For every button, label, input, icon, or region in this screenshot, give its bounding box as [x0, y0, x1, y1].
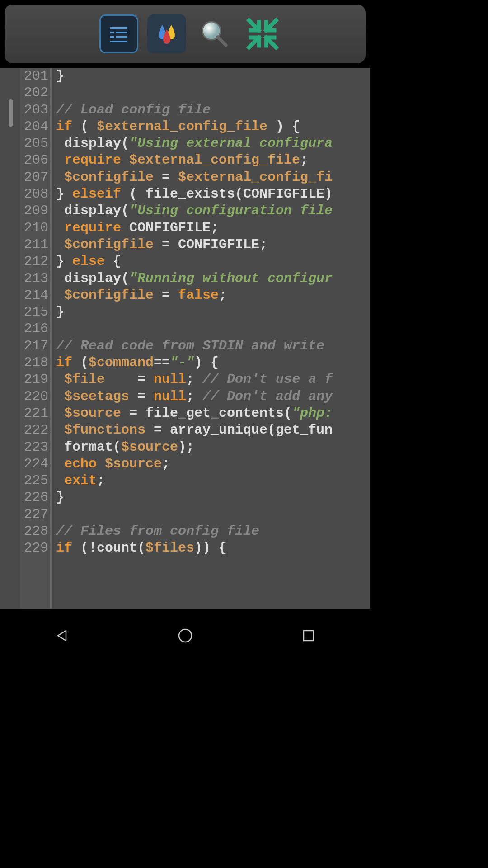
- code-content[interactable]: } // Load config fileif ( $external_conf…: [52, 68, 370, 609]
- code-view-button[interactable]: [99, 14, 138, 53]
- line-number-gutter: 2012022032042052062072082092102112122132…: [20, 68, 52, 609]
- code-editor[interactable]: 2012022032042052062072082092102112122132…: [0, 68, 370, 609]
- line-number: 203: [20, 102, 48, 118]
- code-line[interactable]: $functions = array_unique(get_fun: [56, 422, 370, 439]
- scrollbar-track[interactable]: [0, 68, 20, 609]
- svg-rect-5: [110, 41, 127, 42]
- code-line[interactable]: display("Using external configura: [56, 135, 370, 152]
- line-number: 205: [20, 135, 48, 152]
- recent-square-icon: [302, 629, 315, 642]
- code-line[interactable]: // Load config file: [56, 102, 370, 118]
- code-line[interactable]: $configfile = CONFIGFILE;: [56, 236, 370, 253]
- code-line[interactable]: }: [56, 304, 370, 321]
- svg-rect-9: [304, 631, 314, 641]
- svg-rect-3: [110, 36, 114, 38]
- code-line[interactable]: $configfile = $external_config_fi: [56, 169, 370, 186]
- line-number: 229: [20, 540, 48, 557]
- svg-rect-2: [116, 32, 127, 33]
- code-line[interactable]: if (!count($files)) {: [56, 540, 370, 557]
- code-line[interactable]: }: [56, 489, 370, 506]
- code-line[interactable]: }: [56, 68, 370, 85]
- toolbar: [5, 5, 366, 63]
- line-number: 227: [20, 506, 48, 523]
- back-button[interactable]: [53, 627, 71, 645]
- line-number: 220: [20, 388, 48, 405]
- line-number: 222: [20, 422, 48, 439]
- line-number: 215: [20, 304, 48, 321]
- code-view-icon: [108, 23, 130, 45]
- code-line[interactable]: } else {: [56, 253, 370, 270]
- svg-line-7: [218, 37, 226, 45]
- code-line[interactable]: [56, 321, 370, 337]
- collapse-arrows-icon: [245, 17, 280, 51]
- code-line[interactable]: $seetags = null; // Don't add any: [56, 388, 370, 405]
- line-number: 206: [20, 152, 48, 169]
- magnifier-icon: [199, 18, 230, 50]
- line-number: 218: [20, 354, 48, 371]
- home-button[interactable]: [176, 627, 194, 645]
- line-number: 221: [20, 405, 48, 422]
- line-number: 213: [20, 270, 48, 287]
- line-number: 209: [20, 203, 48, 219]
- code-line[interactable]: format($source);: [56, 439, 370, 456]
- code-line[interactable]: require CONFIGFILE;: [56, 220, 370, 236]
- code-line[interactable]: exit;: [56, 472, 370, 489]
- svg-point-8: [179, 629, 192, 642]
- code-line[interactable]: if ( $external_config_file ) {: [56, 118, 370, 135]
- line-number: 216: [20, 321, 48, 337]
- line-number: 210: [20, 220, 48, 236]
- android-nav-bar: [0, 613, 370, 658]
- code-line[interactable]: [56, 85, 370, 101]
- collapse-button[interactable]: [243, 14, 282, 53]
- color-drops-icon: [153, 20, 180, 47]
- code-line[interactable]: display("Running without configur: [56, 270, 370, 287]
- code-line[interactable]: $file = null; // Don't use a f: [56, 371, 370, 388]
- color-picker-button[interactable]: [147, 14, 186, 53]
- home-circle-icon: [178, 628, 193, 643]
- code-line[interactable]: if ($command=="-") {: [56, 354, 370, 371]
- svg-rect-4: [116, 36, 127, 38]
- line-number: 219: [20, 371, 48, 388]
- code-line[interactable]: // Read code from STDIN and write: [56, 338, 370, 354]
- line-number: 228: [20, 523, 48, 540]
- code-line[interactable]: } elseif ( file_exists(CONFIGFILE): [56, 186, 370, 203]
- line-number: 202: [20, 85, 48, 101]
- line-number: 207: [20, 169, 48, 186]
- svg-rect-1: [110, 32, 114, 33]
- code-line[interactable]: echo $source;: [56, 456, 370, 472]
- code-line[interactable]: $source = file_get_contents("php:: [56, 405, 370, 422]
- line-number: 225: [20, 472, 48, 489]
- line-number: 204: [20, 118, 48, 135]
- code-line[interactable]: $configfile = false;: [56, 287, 370, 304]
- line-number: 211: [20, 236, 48, 253]
- line-number: 208: [20, 186, 48, 203]
- line-number: 217: [20, 338, 48, 354]
- line-number: 226: [20, 489, 48, 506]
- search-button[interactable]: [195, 14, 234, 53]
- back-triangle-icon: [55, 629, 69, 642]
- recent-button[interactable]: [300, 627, 318, 645]
- scrollbar-thumb[interactable]: [9, 99, 13, 127]
- code-line[interactable]: // Files from config file: [56, 523, 370, 540]
- line-number: 223: [20, 439, 48, 456]
- line-number: 201: [20, 68, 48, 85]
- line-number: 224: [20, 456, 48, 472]
- code-line[interactable]: [56, 506, 370, 523]
- svg-rect-0: [110, 27, 127, 29]
- code-line[interactable]: display("Using configuration file: [56, 203, 370, 219]
- line-number: 214: [20, 287, 48, 304]
- code-line[interactable]: require $external_config_file;: [56, 152, 370, 169]
- line-number: 212: [20, 253, 48, 270]
